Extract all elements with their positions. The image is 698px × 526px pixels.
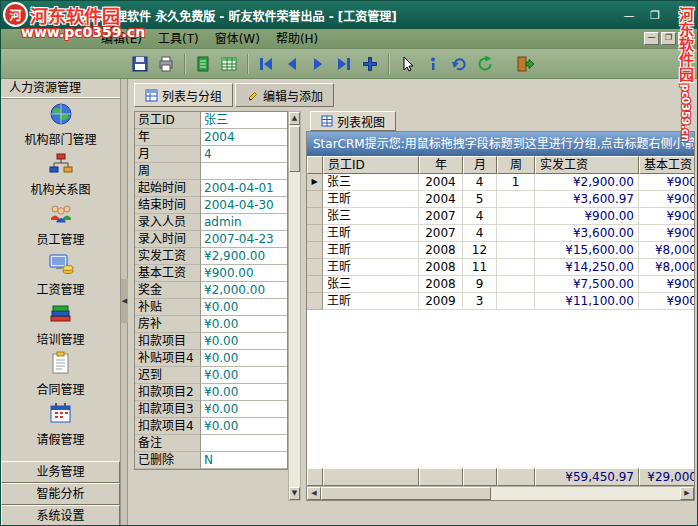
table-row[interactable]: 张三20089¥7,500.00¥900.00	[307, 276, 694, 293]
grid-cell[interactable]: ¥900.00	[639, 208, 694, 225]
field-value[interactable]: admin	[201, 214, 287, 231]
grid-cell[interactable]: 张三	[323, 174, 419, 191]
grid-cell[interactable]: 王昕	[323, 191, 419, 208]
field-value[interactable]: 2004	[201, 129, 287, 146]
field-value[interactable]: N	[201, 452, 287, 469]
field-value[interactable]: ¥900.00	[201, 265, 287, 282]
grid-cell[interactable]: ¥14,250.00	[535, 259, 639, 276]
grid-cell[interactable]: 2009	[419, 293, 463, 310]
row-selector[interactable]	[307, 276, 323, 293]
row-selector[interactable]	[307, 242, 323, 259]
grid-cell[interactable]: 3	[463, 293, 497, 310]
sidebar-splitter[interactable]: ◀	[121, 79, 128, 526]
grid-cell[interactable]: 12	[463, 242, 497, 259]
mdi-close-button[interactable]: ✕	[678, 32, 693, 45]
add-record-icon[interactable]	[357, 51, 383, 77]
grid-cell[interactable]: 9	[463, 276, 497, 293]
field-value[interactable]: ¥0.00	[201, 367, 287, 384]
table-row[interactable]: 王昕20074¥3,600.00¥900.00	[307, 225, 694, 242]
grid-cell[interactable]	[497, 242, 535, 259]
row-selector[interactable]	[307, 225, 323, 242]
table-icon[interactable]	[216, 51, 242, 77]
row-selector[interactable]	[307, 208, 323, 225]
grid-cell[interactable]: ¥11,100.00	[535, 293, 639, 310]
field-value[interactable]	[201, 163, 287, 180]
sidebar-button-business[interactable]: 业务管理	[1, 461, 120, 483]
menu-window[interactable]: 窗体(W)	[207, 29, 268, 49]
grid-cell[interactable]: ¥3,600.97	[535, 191, 639, 208]
row-selector[interactable]	[307, 293, 323, 310]
field-value[interactable]: 张三	[201, 112, 287, 129]
grid-cell[interactable]: 2008	[419, 276, 463, 293]
field-value[interactable]	[201, 435, 287, 452]
sidebar-button-analysis[interactable]: 智能分析	[1, 483, 120, 505]
table-row[interactable]: ▶张三200441¥2,900.00¥900.00	[307, 174, 694, 191]
field-value[interactable]: 2004-04-01	[201, 180, 287, 197]
grid-cell[interactable]: 王昕	[323, 242, 419, 259]
field-value[interactable]: 2004-04-30	[201, 197, 287, 214]
sidebar-button-settings[interactable]: 系统设置	[1, 505, 120, 526]
grid-cell[interactable]: 王昕	[323, 293, 419, 310]
prev-record-icon[interactable]	[279, 51, 305, 77]
sidebar-item-training[interactable]: 培训管理	[1, 298, 120, 348]
minimize-button[interactable]: —	[617, 5, 641, 25]
selector-header-cell[interactable]	[307, 156, 323, 174]
field-value[interactable]: 2007-04-23	[201, 231, 287, 248]
mdi-minimize-button[interactable]: —	[644, 32, 659, 45]
grid-cell[interactable]: ¥15,600.00	[535, 242, 639, 259]
table-row[interactable]: 张三20074¥900.00¥900.00	[307, 208, 694, 225]
grid-cell[interactable]	[497, 191, 535, 208]
scrollbar-thumb[interactable]	[289, 126, 300, 172]
table-row[interactable]: 王昕200812¥15,600.00¥8,000.00	[307, 242, 694, 259]
grid-cell[interactable]: 2008	[419, 242, 463, 259]
scroll-right-icon[interactable]: ▶	[680, 487, 694, 500]
print-icon[interactable]	[153, 51, 179, 77]
grid-cell[interactable]: 4	[463, 208, 497, 225]
column-header[interactable]: 基本工资	[639, 156, 694, 174]
grid-cell[interactable]: ¥8,000.00	[639, 242, 694, 259]
table-row[interactable]: 王昕20045¥3,600.97¥900.00	[307, 191, 694, 208]
table-row[interactable]: 王昕200811¥14,250.00¥8,000.00	[307, 259, 694, 276]
grid-cell[interactable]: 2008	[419, 259, 463, 276]
grid-cell[interactable]: ¥2,900.00	[535, 174, 639, 191]
field-value[interactable]: 4	[201, 146, 287, 163]
row-selector[interactable]	[307, 191, 323, 208]
pointer-icon[interactable]	[394, 51, 420, 77]
menu-edit[interactable]: 编辑(E)	[93, 29, 150, 49]
sidebar-item-salary[interactable]: 工资管理	[1, 248, 120, 298]
refresh-icon[interactable]	[472, 51, 498, 77]
scrollbar-thumb[interactable]	[321, 487, 491, 500]
group-hint-bar[interactable]: StarCRM提示您:用鼠标拖拽字段标题到这里进行分组,点击标题右侧小箭头	[307, 132, 694, 156]
scrollbar-track[interactable]	[289, 172, 300, 487]
grid-cell[interactable]	[497, 276, 535, 293]
menu-tools[interactable]: 工具(T)	[150, 29, 207, 49]
grid-cell[interactable]: ¥900.00	[639, 174, 694, 191]
grid-cell[interactable]: ¥900.00	[639, 225, 694, 242]
menu-help[interactable]: 帮助(H)	[268, 29, 326, 49]
field-value[interactable]: ¥0.00	[201, 299, 287, 316]
field-value[interactable]: ¥0.00	[201, 384, 287, 401]
maximize-button[interactable]: ❐	[643, 5, 667, 25]
field-value[interactable]: ¥0.00	[201, 401, 287, 418]
column-header[interactable]: 实发工资	[535, 156, 639, 174]
column-header[interactable]: 年	[419, 156, 463, 174]
field-value[interactable]: ¥0.00	[201, 350, 287, 367]
table-row[interactable]: 王昕20093¥11,100.00¥900.00	[307, 293, 694, 310]
field-value[interactable]: ¥0.00	[201, 333, 287, 350]
grid-cell[interactable]: 11	[463, 259, 497, 276]
mdi-restore-button[interactable]: ❐	[661, 32, 676, 45]
bookmark-icon[interactable]	[420, 51, 446, 77]
sidebar-item-contract[interactable]: 合同管理	[1, 348, 120, 398]
tab-list-and-group[interactable]: 列表与分组	[134, 83, 233, 107]
grid-cell[interactable]	[497, 293, 535, 310]
field-value[interactable]: ¥0.00	[201, 418, 287, 435]
scroll-down-icon[interactable]: ▼	[289, 487, 300, 500]
grid-cell[interactable]: ¥3,600.00	[535, 225, 639, 242]
grid-cell[interactable]: 王昕	[323, 259, 419, 276]
scroll-up-icon[interactable]: ▲	[289, 112, 300, 125]
tab-list-view[interactable]: 列表视图	[310, 111, 396, 131]
grid-cell[interactable]: ¥900.00	[639, 191, 694, 208]
grid-cell[interactable]: 张三	[323, 208, 419, 225]
sidebar-item-org-chart[interactable]: 机构关系图	[1, 148, 120, 198]
next-record-icon[interactable]	[305, 51, 331, 77]
